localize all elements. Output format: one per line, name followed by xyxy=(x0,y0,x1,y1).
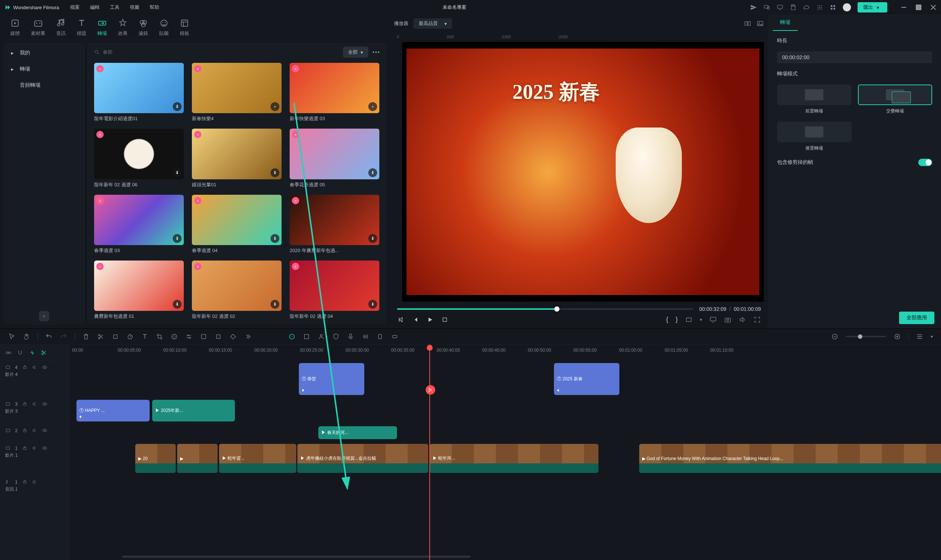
timeline-clip[interactable]: ▶ God of Fortune Money With Animation Ch… xyxy=(639,444,941,473)
redo-icon[interactable] xyxy=(60,333,67,340)
delete-icon[interactable] xyxy=(82,333,90,340)
text-tool-icon[interactable] xyxy=(141,333,148,340)
download-icon[interactable]: ⬇ xyxy=(368,168,377,177)
adjust-icon[interactable] xyxy=(185,333,193,340)
crop-tool-icon[interactable] xyxy=(112,333,119,340)
download-icon[interactable]: ⬇ xyxy=(368,234,377,243)
transition-thumb[interactable]: ♦⬇春季過渡 03 xyxy=(94,195,184,254)
menu-file[interactable]: 檔案 xyxy=(70,4,80,11)
timeline-clip[interactable]: ▶ 春天的河... xyxy=(318,426,397,439)
ratio-icon[interactable] xyxy=(685,316,693,323)
transition-thumb[interactable]: ♦＋新年快樂過渡 03 xyxy=(290,63,379,122)
sidebar-collapse-button[interactable]: ‹ xyxy=(39,311,49,321)
duration-input[interactable]: 00:00:02:00 xyxy=(777,51,932,63)
mode-overlap[interactable]: 交疊轉場 xyxy=(858,85,932,114)
zoom-in-icon[interactable] xyxy=(893,333,901,340)
timeline-clip[interactable]: ▶ 2025年新... xyxy=(152,400,234,422)
track-head-v4[interactable]: 4 影片 4 xyxy=(0,361,70,398)
devices-icon[interactable] xyxy=(764,4,770,11)
auto-ripple-icon[interactable] xyxy=(40,349,47,356)
ai-assistant-icon[interactable] xyxy=(288,333,296,340)
send-icon[interactable] xyxy=(750,4,757,11)
more-menu-button[interactable] xyxy=(373,51,379,53)
filter-button[interactable]: 全部▾ xyxy=(343,47,368,58)
keyframe-icon[interactable] xyxy=(229,333,237,340)
preview-canvas[interactable]: 2025 新春 xyxy=(402,42,764,302)
step-back-icon[interactable] xyxy=(412,316,419,323)
search-input[interactable]: 春節 xyxy=(94,49,339,55)
download-icon[interactable]: ⬇ xyxy=(173,300,182,309)
hand-tool-icon[interactable] xyxy=(23,333,30,340)
mode-prefix[interactable]: 前置轉場 xyxy=(777,85,851,114)
monitor-icon[interactable] xyxy=(777,4,783,11)
color-icon[interactable] xyxy=(171,333,178,340)
timeline-clip[interactable]: ▶ 虎年條紋小虎在臥姿祝賀...金吉拉貓 xyxy=(297,444,428,473)
mark-out-icon[interactable]: } xyxy=(676,315,678,323)
scrub-bar[interactable] xyxy=(397,308,693,310)
apps-icon[interactable] xyxy=(830,4,836,11)
menu-view[interactable]: 視圖 xyxy=(130,4,139,11)
timeline-clip[interactable]: Ⓣ 2025 新春♦ xyxy=(554,363,619,395)
mask-icon[interactable] xyxy=(215,333,222,340)
snap-icon[interactable] xyxy=(29,349,35,356)
add-icon[interactable]: ＋ xyxy=(271,102,279,111)
tab-stickers[interactable]: 貼圖 xyxy=(159,18,169,37)
transition-thumb[interactable]: ♦⬇龍年電影介紹過渡01 xyxy=(94,63,184,122)
compare-icon[interactable] xyxy=(744,20,752,27)
transition-thumb[interactable]: ♦⬇龍年新年 02 過渡 04 xyxy=(290,260,379,320)
timeline-clip[interactable]: Ⓣ 恭贺♦ xyxy=(299,363,364,395)
user-avatar[interactable] xyxy=(843,3,851,11)
volume-icon[interactable] xyxy=(739,316,746,323)
transition-thumb[interactable]: ♦⬇鏡頭光暈01 xyxy=(192,129,282,188)
audio-tool-icon[interactable] xyxy=(362,333,369,340)
play-icon[interactable] xyxy=(427,316,434,323)
cloud-icon[interactable] xyxy=(803,4,810,11)
download-icon[interactable]: ⬇ xyxy=(271,234,279,243)
prev-frame-icon[interactable] xyxy=(397,316,404,323)
quality-select[interactable]: 最高品質▾ xyxy=(414,18,452,29)
add-icon[interactable]: ＋ xyxy=(368,102,377,111)
transition-thumb[interactable]: ♦＋新春快樂4 xyxy=(192,63,282,122)
more-tools-icon[interactable] xyxy=(244,333,251,340)
tab-media[interactable]: 媒體 xyxy=(10,18,20,37)
tab-transitions[interactable]: 轉場 xyxy=(97,18,107,37)
person-icon[interactable] xyxy=(317,333,325,340)
fullscreen-icon[interactable] xyxy=(753,316,761,323)
tab-titles[interactable]: 標題 xyxy=(77,18,86,37)
maximize-icon[interactable] xyxy=(915,4,922,11)
playhead[interactable] xyxy=(429,345,430,560)
timeline-clip[interactable]: ▶ 20 xyxy=(135,444,176,473)
save-icon[interactable] xyxy=(790,4,796,11)
grid-icon[interactable] xyxy=(816,4,823,11)
timeline-clip[interactable]: Ⓣ HAPPY ...♦ xyxy=(77,400,149,422)
transition-thumb[interactable]: ♦⬇龍年新年 02 過渡 06 xyxy=(94,129,184,188)
track-head-v1[interactable]: 1 影片 1 xyxy=(0,442,70,475)
close-icon[interactable] xyxy=(930,4,936,11)
tab-templates[interactable]: 模板 xyxy=(180,18,189,37)
sidebar-item-mine[interactable]: ▸我的 xyxy=(4,45,85,61)
magnet-icon[interactable] xyxy=(17,349,23,356)
download-icon[interactable]: ⬇ xyxy=(271,168,279,177)
transition-thumb[interactable]: ♦⬇2020 年農曆新年包過... xyxy=(290,195,379,254)
track-head-a1[interactable]: 1 音訊 1 xyxy=(0,475,70,493)
transition-thumb[interactable]: ♦⬇春季花卉過渡 05 xyxy=(290,129,379,188)
timeline-clip[interactable]: ▶ xyxy=(177,444,218,473)
track-head-v3[interactable]: 3 影片 3 xyxy=(0,398,70,424)
timeline-ruler[interactable]: 00:0000:00:05:0000:00:10:0000:00:15:0000… xyxy=(70,345,941,361)
split-icon[interactable] xyxy=(97,333,105,340)
zoom-out-icon[interactable] xyxy=(831,333,838,340)
pointer-tool-icon[interactable] xyxy=(8,333,15,340)
display-icon[interactable] xyxy=(709,316,717,323)
mark-in-icon[interactable]: { xyxy=(666,315,668,323)
trim-toggle[interactable] xyxy=(918,159,932,166)
transition-thumb[interactable]: ♦⬇龍年新年 02 過渡 02 xyxy=(192,260,282,320)
download-icon[interactable]: ⬇ xyxy=(173,234,182,243)
sidebar-item-audio-trans[interactable]: 音頻轉場 xyxy=(4,77,85,93)
minimize-icon[interactable] xyxy=(901,4,907,11)
tab-audio[interactable]: 音訊 xyxy=(56,18,66,37)
export-button[interactable]: 匯出▾ xyxy=(858,2,887,12)
stop-icon[interactable] xyxy=(441,316,448,323)
transition-thumb[interactable]: ♦⬇農曆新年包過渡 01 xyxy=(94,260,184,320)
record-icon[interactable] xyxy=(391,333,399,340)
image-icon[interactable] xyxy=(756,20,764,27)
